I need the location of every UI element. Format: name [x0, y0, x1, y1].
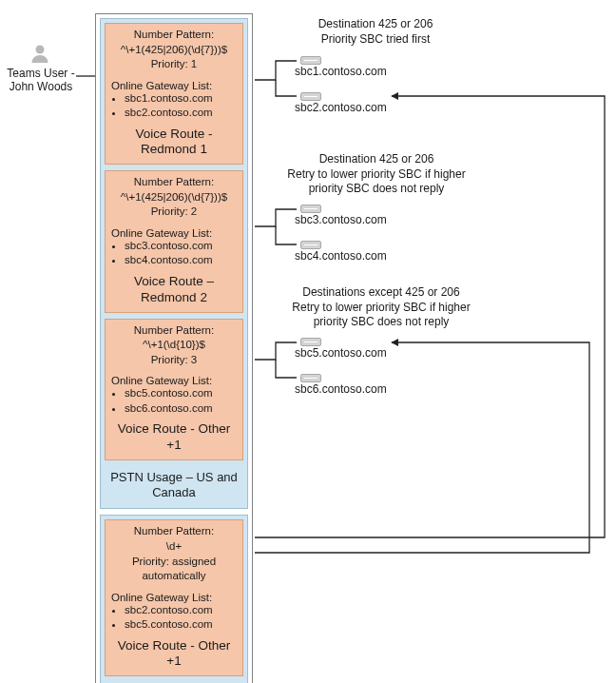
gateway-list: sbc1.contoso.com sbc2.contoso.com — [125, 91, 237, 121]
pattern-value: ^\+1(425|206)(\d{7}))$ — [111, 43, 237, 58]
pattern-value: \d+ — [111, 539, 237, 555]
server-icon — [300, 92, 321, 101]
voice-route-other-1-us: Number Pattern: ^\+1(\d{10})$ Priority: … — [105, 319, 243, 460]
server-icon — [300, 56, 321, 65]
gateway-list-label: Online Gateway List: — [111, 80, 237, 91]
svg-point-0 — [36, 46, 45, 54]
gateway-item: sbc1.contoso.com — [125, 91, 237, 107]
gateway-item: sbc6.contoso.com — [125, 401, 237, 417]
gateway-item: sbc4.contoso.com — [125, 253, 237, 268]
note-retry-3: Destinations except 425 or 206Retry to l… — [281, 285, 481, 330]
sbc-label: sbc3.contoso.com — [295, 213, 387, 226]
sbc-label: sbc6.contoso.com — [295, 382, 387, 396]
gateway-item: sbc3.contoso.com — [125, 239, 237, 254]
gateway-list-label: Online Gateway List: — [111, 375, 237, 386]
pattern-label: Number Pattern: — [111, 28, 237, 43]
voice-routing-policy: Number Pattern: ^\+1(425|206)(\d{7}))$ P… — [95, 13, 253, 683]
voice-route-redmond-2: Number Pattern: ^\+1(425|206)(\d{7}))$ P… — [105, 170, 243, 312]
pattern-value: ^\+1(\d{10})$ — [111, 338, 237, 353]
gateway-list-label: Online Gateway List: — [111, 227, 237, 239]
gateway-item: sbc5.contoso.com — [125, 386, 237, 401]
usage-title: PSTN Usage – US and Canada — [105, 466, 243, 507]
pattern-value: ^\+1(425|206)(\d{7}))$ — [111, 190, 237, 205]
user-label: Teams User - John Woods — [4, 67, 78, 94]
pstn-usage-international: Number Pattern: \d+ Priority: assigned a… — [100, 515, 248, 683]
sbc-label: sbc4.contoso.com — [295, 249, 387, 263]
pattern-label: Number Pattern: — [111, 524, 237, 539]
route-title: Voice Route - Other +1 — [111, 636, 237, 673]
note-priority-first: Destination 425 or 206Priority SBC tried… — [295, 17, 456, 47]
voice-route-redmond-1: Number Pattern: ^\+1(425|206)(\d{7}))$ P… — [105, 23, 243, 165]
priority-value: Priority: 2 — [111, 205, 237, 220]
sbc-label: sbc5.contoso.com — [295, 346, 387, 360]
server-icon — [300, 338, 321, 346]
priority-value: Priority: 3 — [111, 353, 237, 368]
sbc-label: sbc1.contoso.com — [295, 65, 387, 78]
server-icon — [300, 205, 321, 213]
pstn-usage-us-canada: Number Pattern: ^\+1(425|206)(\d{7}))$ P… — [100, 18, 248, 509]
route-title: Voice Route - Redmond 1 — [111, 125, 237, 161]
priority-value: Priority: assigned automatically — [111, 555, 237, 584]
priority-value: Priority: 1 — [111, 57, 237, 72]
gateway-item: sbc2.contoso.com — [125, 106, 237, 121]
pattern-label: Number Pattern: — [111, 175, 237, 190]
voice-route-other-1-intl: Number Pattern: \d+ Priority: assigned a… — [105, 519, 243, 676]
user-icon — [29, 42, 51, 65]
gateway-list: sbc5.contoso.com sbc6.contoso.com — [125, 386, 237, 416]
sbc-label: sbc2.contoso.com — [295, 101, 387, 114]
note-retry-2: Destination 425 or 206Retry to lower pri… — [281, 152, 472, 197]
server-icon — [300, 241, 321, 249]
gateway-list-label: Online Gateway List: — [111, 592, 237, 603]
route-title: Voice Route – Redmond 2 — [111, 272, 237, 308]
pattern-label: Number Pattern: — [111, 323, 237, 339]
gateway-item: sbc2.contoso.com — [125, 603, 237, 618]
gateway-list: sbc2.contoso.com sbc5.contoso.com — [125, 603, 237, 633]
route-title: Voice Route - Other +1 — [111, 420, 237, 456]
gateway-item: sbc5.contoso.com — [125, 617, 237, 633]
gateway-list: sbc3.contoso.com sbc4.contoso.com — [125, 239, 237, 268]
server-icon — [300, 374, 321, 382]
